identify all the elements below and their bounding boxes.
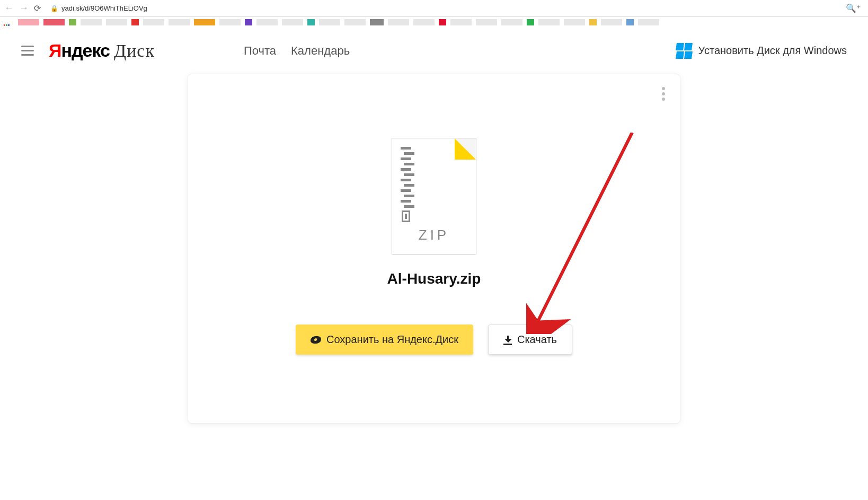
bookmark-item[interactable] [601, 19, 622, 25]
nav-calendar[interactable]: Календарь [291, 44, 350, 58]
header-nav: Почта Календарь [244, 44, 350, 58]
bookmark-item[interactable] [169, 19, 190, 25]
bookmark-item[interactable] [527, 19, 534, 25]
bookmark-item[interactable] [106, 19, 127, 25]
bookmark-item[interactable] [450, 19, 472, 25]
bookmark-segments [18, 19, 659, 25]
page-body: Яндекс Диск Почта Календарь Установить Д… [0, 28, 868, 500]
file-preview: ZIP Al-Husary.zip [204, 138, 664, 287]
file-name: Al-Husary.zip [204, 270, 664, 287]
download-icon [503, 336, 512, 344]
bookmarks-bar [0, 17, 868, 28]
file-card: ZIP Al-Husary.zip Сохранить на Яндекс.Ди… [188, 74, 680, 424]
bookmark-item[interactable] [18, 19, 39, 25]
bookmark-item[interactable] [131, 19, 139, 25]
zoom-icon[interactable]: 🔍⁺ [843, 3, 864, 13]
download-button[interactable]: Скачать [488, 324, 572, 355]
bookmark-item[interactable] [413, 19, 435, 25]
bookmark-item[interactable] [638, 19, 659, 25]
address-bar[interactable]: 🔒 yadi.sk/d/9O6WhiThELiOVg [46, 2, 837, 15]
file-type-label: ZIP [392, 227, 476, 243]
logo[interactable]: Яндекс Диск [49, 40, 155, 61]
bookmark-item[interactable] [43, 19, 65, 25]
save-to-disk-button[interactable]: Сохранить на Яндекс.Диск [296, 324, 473, 355]
bookmark-item[interactable] [388, 19, 409, 25]
bookmark-item[interactable] [501, 19, 522, 25]
bookmark-item[interactable] [319, 19, 340, 25]
menu-button[interactable] [21, 46, 34, 56]
bookmark-item[interactable] [307, 19, 315, 25]
save-label: Сохранить на Яндекс.Диск [326, 334, 458, 346]
download-label: Скачать [517, 334, 557, 346]
apps-icon[interactable] [3, 19, 11, 26]
install-label: Установить Диск для Windows [698, 45, 847, 57]
bookmark-item[interactable] [194, 19, 215, 25]
disk-icon [310, 336, 322, 344]
windows-icon [676, 43, 692, 59]
header: Яндекс Диск Почта Календарь Установить Д… [0, 28, 868, 69]
lock-icon: 🔒 [50, 5, 58, 12]
url-text: yadi.sk/d/9O6WhiThELiOVg [61, 4, 147, 12]
bookmark-item[interactable] [476, 19, 497, 25]
bookmark-item[interactable] [370, 19, 384, 25]
action-bar: Сохранить на Яндекс.Диск Скачать [204, 324, 664, 355]
bookmark-item[interactable] [256, 19, 278, 25]
bookmark-item[interactable] [69, 19, 76, 25]
browser-toolbar: ← → ⟳ 🔒 yadi.sk/d/9O6WhiThELiOVg 🔍⁺ [0, 0, 868, 17]
back-button[interactable]: ← [4, 3, 14, 14]
logo-disk: Диск [114, 41, 155, 61]
bookmark-item[interactable] [81, 19, 102, 25]
install-windows-link[interactable]: Установить Диск для Windows [676, 43, 847, 59]
nav-mail[interactable]: Почта [244, 44, 276, 58]
bookmark-item[interactable] [143, 19, 164, 25]
bookmark-item[interactable] [538, 19, 560, 25]
bookmark-item[interactable] [626, 19, 634, 25]
bookmark-item[interactable] [564, 19, 585, 25]
more-menu-button[interactable] [662, 87, 665, 101]
zip-file-icon: ZIP [392, 138, 476, 255]
bookmark-item[interactable] [439, 19, 446, 25]
bookmark-item[interactable] [219, 19, 241, 25]
bookmark-item[interactable] [245, 19, 252, 25]
logo-yandex: Яндекс [49, 40, 110, 61]
bookmark-item[interactable] [344, 19, 366, 25]
bookmark-item[interactable] [282, 19, 303, 25]
bookmark-item[interactable] [589, 19, 597, 25]
forward-button[interactable]: → [19, 3, 29, 14]
reload-button[interactable]: ⟳ [34, 3, 41, 13]
